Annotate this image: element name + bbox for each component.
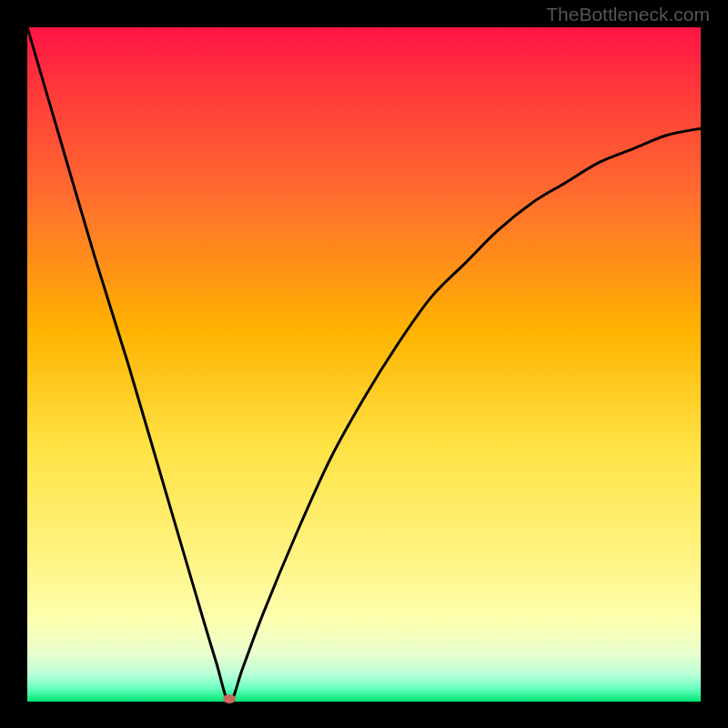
plot-area	[27, 27, 701, 702]
chart-container: TheBottleneck.com	[0, 0, 728, 728]
watermark-text: TheBottleneck.com	[546, 4, 710, 25]
optimal-marker	[223, 694, 236, 703]
plot-svg	[27, 27, 701, 702]
